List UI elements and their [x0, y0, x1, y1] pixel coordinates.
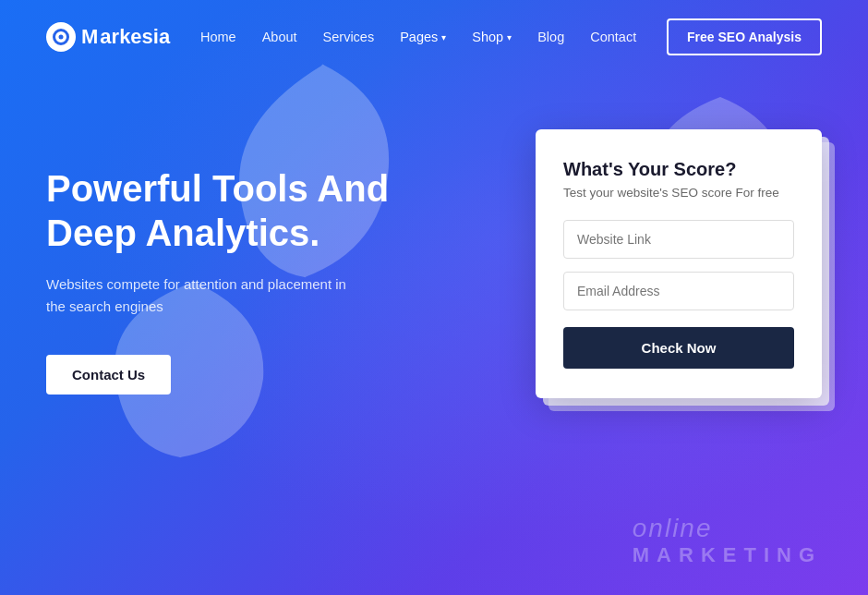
logo-dot	[59, 35, 64, 40]
logo[interactable]: Markesia	[46, 22, 170, 52]
nav-link-services[interactable]: Services	[323, 30, 375, 44]
bottom-text-caps: MARKETING	[633, 543, 822, 567]
contact-us-button[interactable]: Contact Us	[46, 355, 171, 395]
nav-item-blog[interactable]: Blog	[537, 29, 564, 45]
hero-section: Markesia Home About Services Pages ▾ Sho…	[0, 0, 868, 595]
nav-link-blog[interactable]: Blog	[537, 30, 564, 44]
nav-item-services[interactable]: Services	[323, 29, 375, 45]
nav-item-shop[interactable]: Shop ▾	[472, 30, 512, 44]
hero-title: Powerful Tools And Deep Analytics.	[46, 166, 434, 255]
hero-left: Powerful Tools And Deep Analytics. Websi…	[46, 129, 434, 395]
hero-subtitle: Websites compete for attention and place…	[46, 273, 360, 318]
seo-card: What's Your Score? Test your website's S…	[536, 129, 822, 398]
logo-icon	[46, 22, 76, 52]
logo-text: arkesia	[100, 25, 170, 49]
nav-item-about[interactable]: About	[262, 29, 297, 45]
logo-letter: M	[81, 25, 98, 49]
bottom-text-cursive: online	[633, 514, 822, 543]
nav-link-about[interactable]: About	[262, 30, 297, 44]
hero-content: Powerful Tools And Deep Analytics. Websi…	[0, 74, 868, 398]
card-subtitle: Test your website's SEO score For free	[563, 186, 794, 200]
check-now-button[interactable]: Check Now	[563, 327, 794, 369]
nav-link-home[interactable]: Home	[200, 30, 236, 44]
nav-link-shop: Shop	[472, 30, 503, 44]
bottom-decoration: online MARKETING	[633, 514, 822, 567]
free-seo-button[interactable]: Free SEO Analysis	[667, 18, 822, 55]
nav-link-contact[interactable]: Contact	[590, 30, 636, 44]
card-title: What's Your Score?	[563, 159, 794, 180]
nav-item-home[interactable]: Home	[200, 29, 236, 45]
navbar: Markesia Home About Services Pages ▾ Sho…	[0, 0, 868, 74]
nav-link-pages: Pages	[400, 30, 438, 44]
website-link-input[interactable]	[563, 220, 794, 259]
nav-links: Home About Services Pages ▾ Shop ▾ Blog …	[200, 29, 636, 45]
logo-circle	[53, 29, 69, 45]
email-address-input[interactable]	[563, 272, 794, 310]
nav-item-contact[interactable]: Contact	[590, 29, 636, 45]
pages-chevron-icon: ▾	[441, 32, 446, 42]
shop-chevron-icon: ▾	[507, 32, 512, 42]
nav-item-pages[interactable]: Pages ▾	[400, 30, 446, 44]
